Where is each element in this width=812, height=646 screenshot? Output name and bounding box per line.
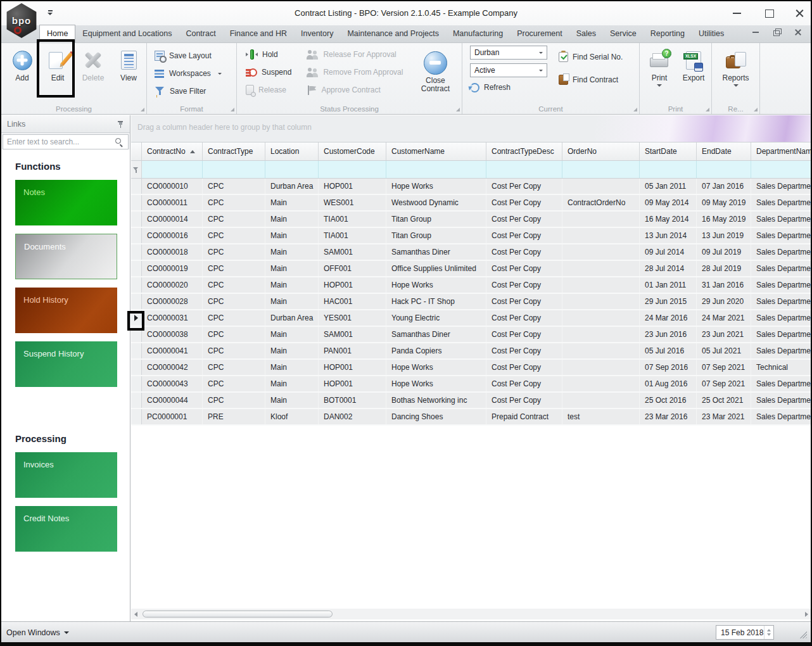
grid-cell-orderno[interactable] xyxy=(562,327,640,342)
grid-cell-enddate[interactable]: 09 Jul 2019 xyxy=(697,244,751,260)
scroll-left-icon[interactable] xyxy=(131,609,140,619)
grid-cell-location[interactable]: Main xyxy=(265,294,319,309)
reports-button[interactable]: Reports xyxy=(717,46,755,99)
save-layout-button[interactable]: Save Layout xyxy=(155,49,236,62)
grid-cell-location[interactable]: Main xyxy=(265,195,319,210)
grid-cell-customername[interactable]: Bothas Networking inc xyxy=(386,393,486,408)
sidebar-button-credit-notes[interactable]: Credit Notes xyxy=(15,506,117,552)
grid-cell-contracttypedesc[interactable]: Cost Per Copy xyxy=(486,277,562,293)
grid-cell-enddate[interactable]: 09 May 2019 xyxy=(697,195,751,210)
grid-cell-departmentname[interactable]: Sales Department xyxy=(751,393,811,408)
grid-cell-customername[interactable]: Hope Works xyxy=(386,179,486,194)
grid-cell-location[interactable]: Main xyxy=(265,212,319,227)
grid-cell-location[interactable]: Main xyxy=(265,244,319,260)
grid-cell-customercode[interactable]: HOP001 xyxy=(319,360,386,375)
grid-cell-orderno[interactable] xyxy=(562,310,640,326)
grid-cell-enddate[interactable]: 16 May 2019 xyxy=(697,212,751,227)
tab-manufacturing[interactable]: Manufacturing xyxy=(446,26,510,42)
grid-cell-customercode[interactable]: OFF001 xyxy=(319,261,386,276)
filter-cell-contractno[interactable] xyxy=(142,161,203,178)
grid-cell-departmentname[interactable]: Sales Department xyxy=(751,327,811,342)
resize-grip[interactable] xyxy=(799,630,807,638)
grid-cell-customername[interactable]: Panda Copiers xyxy=(386,343,486,358)
grid-cell-contracttypedesc[interactable]: Cost Per Copy xyxy=(486,327,562,342)
grid-cell-contractno[interactable]: CO0000020 xyxy=(142,277,203,293)
grid-cell-location[interactable]: Main xyxy=(265,360,319,375)
grid-cell-customercode[interactable]: SAM001 xyxy=(319,244,386,260)
tab-equipment-and-locations[interactable]: Equipment and Locations xyxy=(75,26,179,42)
sidebar-button-suspend-history[interactable]: Suspend History xyxy=(15,341,117,387)
grid-row-co0000011[interactable]: CO0000011CPCMainWES001Westwood DynamicCo… xyxy=(131,195,811,212)
filter-cell-customercode[interactable] xyxy=(319,161,386,178)
grid-cell-contractno[interactable]: CO0000018 xyxy=(142,244,203,260)
grid-cell-contractno[interactable]: PC0000001 xyxy=(142,409,203,424)
grid-cell-customername[interactable]: Hope Works xyxy=(386,360,486,375)
grid-cell-contracttype[interactable]: CPC xyxy=(203,360,265,375)
grid-row-co0000014[interactable]: CO0000014CPCMainTIA001Titan GroupCost Pe… xyxy=(131,212,811,228)
grid-cell-startdate[interactable]: 29 Jun 2015 xyxy=(640,294,697,309)
grid-cell-contracttype[interactable]: CPC xyxy=(203,277,265,293)
remove-from-approval-button[interactable]: Remove From Approval xyxy=(307,66,403,79)
sidebar-button-notes[interactable]: Notes xyxy=(15,180,117,225)
hold-button[interactable]: Hold xyxy=(246,48,291,61)
release-button[interactable]: Release xyxy=(246,84,291,96)
grid-cell-enddate[interactable]: 13 Jun 2019 xyxy=(697,228,751,243)
grid-cell-contractno[interactable]: CO0000019 xyxy=(142,261,203,276)
grid-cell-orderno[interactable] xyxy=(562,212,640,227)
grid-cell-location[interactable]: Main xyxy=(265,327,319,342)
grid-cell-customername[interactable]: Young Electric xyxy=(386,310,486,326)
grid-cell-location[interactable]: Main xyxy=(265,343,319,358)
grid-cell-location[interactable]: Main xyxy=(265,277,319,293)
suspend-button[interactable]: Suspend xyxy=(246,66,291,79)
search-icon[interactable] xyxy=(115,138,124,146)
grid-cell-orderno[interactable] xyxy=(562,261,640,276)
grid-cell-customercode[interactable]: HOP001 xyxy=(319,376,386,391)
add-button[interactable]: Add xyxy=(5,46,39,99)
grid-cell-orderno[interactable] xyxy=(562,277,640,293)
grid-cell-departmentname[interactable]: Sales Department xyxy=(751,195,811,210)
grid-cell-contractno[interactable]: CO0000038 xyxy=(142,327,203,342)
grid-cell-departmentname[interactable]: Sales Department xyxy=(751,343,811,358)
grid-cell-departmentname[interactable]: Sales Department xyxy=(751,228,811,243)
grid-cell-contracttypedesc[interactable]: Cost Per Copy xyxy=(486,195,562,210)
grid-cell-contracttypedesc[interactable]: Prepaid Contract xyxy=(486,409,562,424)
release-for-approval-button[interactable]: Release For Approval xyxy=(307,48,403,61)
grid-cell-customername[interactable]: Hack PC - IT Shop xyxy=(386,294,486,309)
grid-cell-customercode[interactable]: HAC001 xyxy=(319,294,386,309)
grid-cell-contracttypedesc[interactable]: Cost Per Copy xyxy=(486,294,562,309)
grid-row-co0000016[interactable]: CO0000016CPCMainTIA001Titan GroupCost Pe… xyxy=(131,228,811,244)
grid-cell-enddate[interactable]: 05 Jul 2021 xyxy=(697,343,751,358)
grid-row-co0000031[interactable]: CO0000031CPCDurban AreaYES001Young Elect… xyxy=(131,310,811,327)
grid-row-co0000019[interactable]: CO0000019CPCMainOFF001Office Supplies Un… xyxy=(131,261,811,277)
column-header-contracttype[interactable]: ContractType xyxy=(203,142,265,160)
grid-cell-customername[interactable]: Samanthas Diner xyxy=(386,327,486,342)
scrollbar-thumb[interactable] xyxy=(143,611,333,618)
grid-row-co0000018[interactable]: CO0000018CPCMainSAM001Samanthas DinerCos… xyxy=(131,244,811,261)
sidebar-button-documents[interactable]: Documents xyxy=(15,234,117,279)
grid-cell-contracttype[interactable]: CPC xyxy=(203,310,265,326)
tab-utilities[interactable]: Utilities xyxy=(692,26,731,42)
grid-cell-customercode[interactable]: PAN001 xyxy=(319,343,386,358)
grid-cell-orderno[interactable] xyxy=(562,343,640,358)
grid-cell-orderno[interactable] xyxy=(562,228,640,243)
grid-cell-contractno[interactable]: CO0000014 xyxy=(142,212,203,227)
grid-cell-startdate[interactable]: 09 May 2014 xyxy=(640,195,697,210)
grid-cell-contractno[interactable]: CO0000011 xyxy=(142,195,203,210)
grid-cell-contracttype[interactable]: CPC xyxy=(203,376,265,391)
grid-cell-contracttypedesc[interactable]: Cost Per Copy xyxy=(486,212,562,227)
grid-row-co0000028[interactable]: CO0000028CPCMainHAC001Hack PC - IT ShopC… xyxy=(131,294,811,310)
branch-select[interactable]: Durban xyxy=(470,46,547,60)
grid-cell-contracttype[interactable]: CPC xyxy=(203,228,265,243)
grid-cell-contracttype[interactable]: CPC xyxy=(203,393,265,408)
grid-cell-departmentname[interactable]: Sales Department xyxy=(751,212,811,227)
scrollbar-track[interactable] xyxy=(140,609,802,619)
filter-cell-enddate[interactable] xyxy=(697,161,751,178)
grid-cell-contracttype[interactable]: CPC xyxy=(203,244,265,260)
spin-up-icon[interactable] xyxy=(767,629,771,631)
column-header-contractno[interactable]: ContractNo xyxy=(142,142,203,160)
open-windows-button[interactable]: Open Windows xyxy=(6,622,69,642)
grid-cell-customercode[interactable]: BOT0001 xyxy=(319,393,386,408)
grid-cell-orderno[interactable] xyxy=(562,393,640,408)
grid-cell-startdate[interactable]: 25 Oct 2016 xyxy=(640,393,697,408)
grid-cell-startdate[interactable]: 01 Aug 2016 xyxy=(640,376,697,391)
